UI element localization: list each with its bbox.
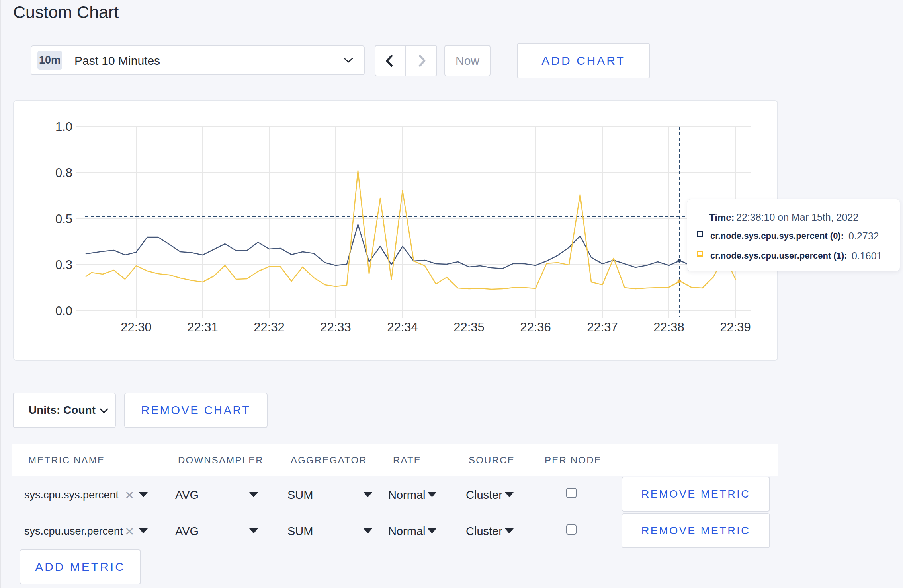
svg-text:0.5: 0.5 [55,212,72,226]
svg-text:22:33: 22:33 [320,320,351,334]
svg-text:22:31: 22:31 [187,320,218,334]
svg-text:22:35: 22:35 [453,320,485,334]
svg-text:0.8: 0.8 [55,166,72,180]
svg-text:22:32: 22:32 [254,320,285,334]
svg-text:22:39: 22:39 [720,320,751,334]
svg-text:22:37: 22:37 [587,320,618,334]
svg-text:0.0: 0.0 [55,304,72,318]
svg-text:1.0: 1.0 [55,120,72,134]
svg-text:22:30: 22:30 [121,320,152,334]
svg-text:22:36: 22:36 [520,320,551,334]
svg-text:22:38: 22:38 [653,320,684,334]
svg-text:22:34: 22:34 [387,320,418,334]
svg-text:0.3: 0.3 [55,258,72,272]
